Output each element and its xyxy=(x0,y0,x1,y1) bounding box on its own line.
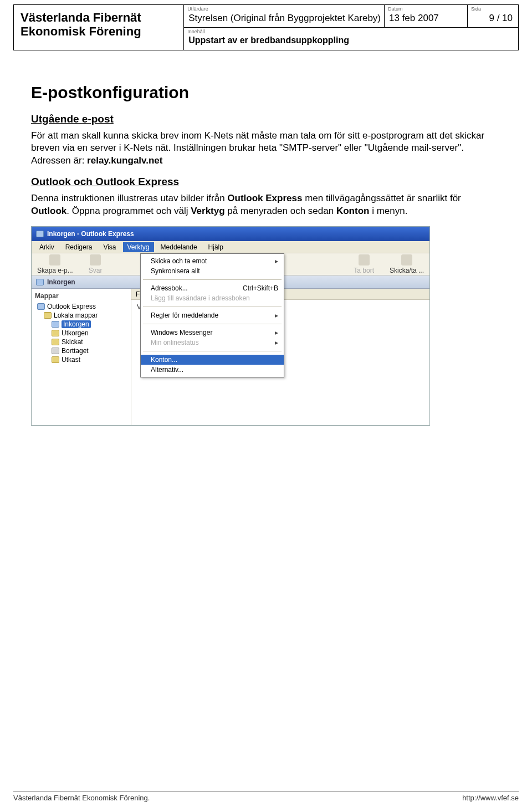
tree-local-label: Lokala mappar xyxy=(54,311,98,319)
menu-skicka-label: Skicka och ta emot xyxy=(151,257,207,265)
txt-h: Konton xyxy=(336,206,369,216)
toolbar-tabort-label: Ta bort xyxy=(354,267,374,274)
innehall-label: Innehåll xyxy=(184,28,518,34)
org-line-2: Ekonomisk Förening xyxy=(21,24,177,38)
inkorgen-band-label: Inkorgen xyxy=(47,278,75,286)
toolbar-svar[interactable]: Svar xyxy=(89,254,103,274)
txt-a: Denna instruktionen illustreras utav bil… xyxy=(31,193,227,203)
tree-borttaget-label: Borttaget xyxy=(62,347,89,355)
toolbar-skapa-label: Skapa e-p... xyxy=(37,267,73,274)
menu-arkiv[interactable]: Arkiv xyxy=(35,242,59,252)
tree-inkorgen[interactable]: Inkorgen xyxy=(36,320,129,329)
toolbar-ta-bort[interactable]: Ta bort xyxy=(354,254,374,274)
window-title: Inkorgen - Outlook Express xyxy=(47,230,134,238)
menu-addsender-label: Lägg till avsändare i adressboken xyxy=(151,294,250,302)
menu-verktyg[interactable]: Verktyg xyxy=(123,242,154,252)
toolbar-skicka-ta[interactable]: Skicka/ta ... xyxy=(390,254,424,274)
menu-windows-messenger[interactable]: Windows Messenger xyxy=(141,328,284,338)
inbox-icon xyxy=(36,279,44,285)
menu-synkronisera[interactable]: Synkronisera allt xyxy=(141,266,284,276)
trash-folder-icon xyxy=(52,348,59,354)
tree-utkast[interactable]: Utkast xyxy=(36,355,129,364)
innehall-value: Uppstart av er bredbandsuppkoppling xyxy=(184,34,518,50)
menu-regler-label: Regler för meddelande xyxy=(151,311,218,319)
toolbar-skicka-label: Skicka/ta ... xyxy=(390,267,424,274)
menu-alternativ[interactable]: Alternativ... xyxy=(141,365,284,375)
tree-root[interactable]: Outlook Express xyxy=(36,302,129,311)
header-datum: Datum 13 feb 2007 xyxy=(384,5,467,27)
paragraph-utgaende: För att man skall kunna skicka brev inom… xyxy=(31,130,501,167)
sendrecv-icon xyxy=(401,254,412,265)
tree-utkorgen-label: Utkorgen xyxy=(62,329,89,337)
txt-b: Outlook Express xyxy=(227,193,302,203)
menu-alternativ-label: Alternativ... xyxy=(151,366,183,374)
datum-value: 13 feb 2007 xyxy=(385,12,467,27)
document-header: Västerlanda Fibernät Ekonomisk Förening … xyxy=(13,4,519,50)
menu-skicka-ta-emot[interactable]: Skicka och ta emot xyxy=(141,256,284,266)
txt-d: Outlook xyxy=(31,206,66,216)
outbox-folder-icon xyxy=(52,330,59,336)
menu-separator xyxy=(143,324,282,324)
tree-root-label: Outlook Express xyxy=(47,303,96,310)
tree-utkorgen[interactable]: Utkorgen xyxy=(36,329,129,338)
menu-adressbok-shortcut: Ctrl+Skift+B xyxy=(243,284,278,292)
datum-label: Datum xyxy=(385,5,467,12)
heading-outlook-express: Outlook och Outlook Express xyxy=(31,176,501,188)
txt-c: men tillvägagångssättet är snarlikt för xyxy=(302,193,461,203)
menu-konton[interactable]: Konton... xyxy=(141,355,284,365)
menu-wm-label: Windows Messenger xyxy=(151,329,212,336)
menu-regler[interactable]: Regler för meddelande xyxy=(141,310,284,320)
menubar: Arkiv Redigera Visa Verktyg Meddelande H… xyxy=(32,241,429,253)
tree-borttaget[interactable]: Borttaget xyxy=(36,346,129,355)
mail-icon xyxy=(49,254,60,265)
sida-label: Sida xyxy=(468,5,518,12)
sida-value: 9 / 10 xyxy=(468,12,518,27)
menu-hjalp[interactable]: Hjälp xyxy=(204,242,228,252)
menu-adressbok[interactable]: Adressbok... Ctrl+Skift+B xyxy=(141,283,284,293)
tree-skickat[interactable]: Skickat xyxy=(36,338,129,346)
draft-folder-icon xyxy=(52,356,59,363)
tree-skickat-label: Skickat xyxy=(62,338,83,346)
menu-separator xyxy=(143,307,282,307)
menu-separator xyxy=(143,279,282,280)
toolbar-svar-label: Svar xyxy=(89,267,103,274)
oe-icon xyxy=(37,303,45,310)
tree-inkorgen-label: Inkorgen xyxy=(62,320,91,328)
menu-visa[interactable]: Visa xyxy=(99,242,120,252)
paragraph-outlook: Denna instruktionen illustreras utav bil… xyxy=(31,192,501,217)
folder-tree: Outlook Express Lokala mappar Inkorgen U… xyxy=(34,302,129,364)
reply-icon xyxy=(90,254,101,265)
verktyg-dropdown: Skicka och ta emot Synkronisera allt Adr… xyxy=(140,253,284,377)
heading-utgaende-epost: Utgående e-post xyxy=(31,113,501,125)
menu-redigera[interactable]: Redigera xyxy=(61,242,97,252)
header-sida: Sida 9 / 10 xyxy=(467,5,518,27)
folder-pane-header: Mappar xyxy=(34,291,129,302)
sent-folder-icon xyxy=(52,339,59,345)
menu-separator xyxy=(143,351,282,351)
utfardare-label: Utfärdare xyxy=(184,5,384,12)
menu-adressbok-label: Adressbok... xyxy=(151,284,188,292)
app-icon xyxy=(36,231,44,237)
document-body: E-postkonfiguration Utgående e-post För … xyxy=(31,83,501,426)
footer-left: Västerlanda Fibernät Ekonomisk Förening. xyxy=(13,794,150,802)
tree-utkast-label: Utkast xyxy=(62,356,80,364)
document-footer: Västerlanda Fibernät Ekonomisk Förening.… xyxy=(13,791,519,802)
menu-sync-label: Synkronisera allt xyxy=(151,267,200,275)
org-line-1: Västerlanda Fibernät xyxy=(21,11,177,24)
menu-meddelande[interactable]: Meddelande xyxy=(156,242,202,252)
text-relay-address: relay.kungalv.net xyxy=(87,155,162,166)
tree-local[interactable]: Lokala mappar xyxy=(36,311,129,320)
folder-pane: Mappar Outlook Express Lokala mappar Ink… xyxy=(32,289,131,425)
toolbar-skapa-epost[interactable]: Skapa e-p... xyxy=(37,254,73,274)
menu-lagg-till-avsandare: Lägg till avsändare i adressboken xyxy=(141,293,284,303)
delete-icon xyxy=(359,254,370,265)
header-utfardare: Utfärdare Styrelsen (Original från Byggp… xyxy=(183,5,384,27)
window-titlebar: Inkorgen - Outlook Express xyxy=(32,227,429,241)
header-innehall: Innehåll Uppstart av er bredbandsuppkopp… xyxy=(183,27,518,50)
inbox-folder-icon xyxy=(52,321,59,328)
heading-epostkonfiguration: E-postkonfiguration xyxy=(31,83,501,102)
txt-e: . Öppna programmet och välj xyxy=(66,206,191,216)
txt-g: på menyraden och sedan xyxy=(225,206,336,216)
outlook-express-screenshot: Inkorgen - Outlook Express Arkiv Rediger… xyxy=(31,226,430,426)
txt-i: i menyn. xyxy=(369,206,407,216)
